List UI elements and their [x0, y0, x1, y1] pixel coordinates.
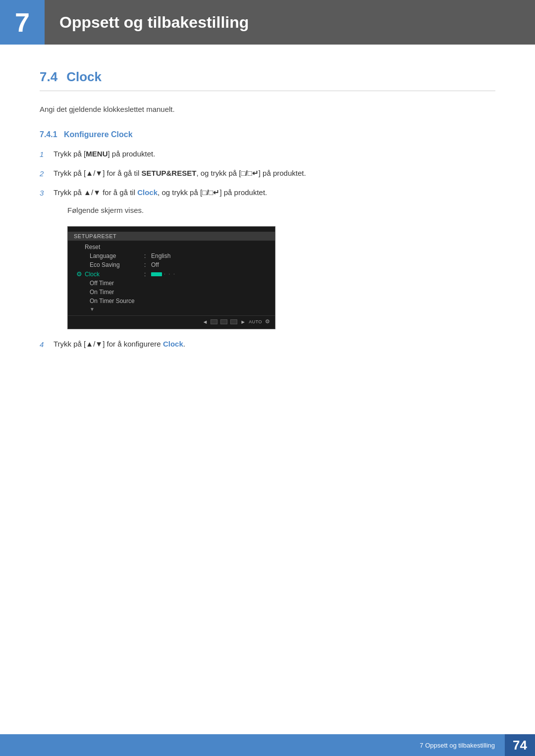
osd-colon-clock: :: [144, 271, 151, 278]
osd-btn-square2: [220, 319, 227, 324]
footer-page-number: 74: [505, 734, 535, 756]
step-text-2: Trykk på [▲/▼] for å gå til SETUP&RESET,…: [54, 167, 306, 179]
section-number: 7.4: [40, 69, 57, 85]
osd-btn-right: ►: [240, 319, 246, 325]
subsection-number: 7.4.1: [40, 130, 57, 139]
steps-list: 1 Trykk på [MENU] på produktet. 2 Trykk …: [40, 148, 495, 199]
osd-label-ontimer: On Timer: [85, 289, 144, 296]
section-title: Clock: [66, 69, 102, 85]
step-3-subnote: Følgende skjerm vises.: [67, 206, 495, 214]
section-description: Angi det gjeldende klokkeslettet manuelt…: [40, 103, 495, 115]
subsection-heading: 7.4.1 Konfigurere Clock: [40, 130, 495, 139]
step-3: 3 Trykk på ▲/▼ for å gå til Clock, og tr…: [40, 187, 495, 199]
step-4: 4 Trykk på [▲/▼] for å konfigurere Clock…: [40, 338, 495, 351]
chapter-title: Oppsett og tilbakestilling: [45, 13, 249, 32]
osd-btn-square1: [211, 319, 217, 324]
footer-section-label: 7 Oppsett og tilbakestilling: [420, 742, 505, 749]
osd-value-eco: Off: [151, 261, 269, 268]
slider-track: [151, 272, 162, 276]
step-2: 2 Trykk på [▲/▼] for å gå til SETUP&RESE…: [40, 167, 495, 180]
main-content: 7.4 Clock Angi det gjeldende klokkeslett…: [0, 45, 535, 397]
section-heading: 7.4 Clock: [40, 69, 495, 91]
step-3-subnote-block: Følgende skjerm vises. SETUP&RESET Reset…: [40, 206, 495, 338]
step-number-2: 2: [40, 168, 47, 180]
step-text-4: Trykk på [▲/▼] for å konfigurere Clock.: [54, 338, 185, 350]
header-band: 7 Oppsett og tilbakestilling: [0, 0, 535, 45]
osd-colon-eco: :: [144, 261, 151, 268]
slider-dots: · · ·: [164, 271, 176, 277]
osd-arrow-indicator: ▼: [85, 306, 95, 312]
osd-label-clock: Clock: [85, 271, 144, 278]
osd-value-clock: · · ·: [151, 271, 269, 277]
osd-label-offtimer: Off Timer: [85, 280, 144, 287]
osd-title-bar: SETUP&RESET: [68, 232, 275, 241]
osd-label-eco: Eco Saving: [85, 261, 144, 268]
osd-icon-clock: ⚙: [74, 270, 85, 278]
clock-slider: · · ·: [151, 271, 269, 277]
osd-screen: SETUP&RESET Reset Language : English: [67, 226, 275, 329]
osd-label-language: Language: [85, 252, 144, 259]
osd-gear-btn: ⚙: [265, 318, 270, 325]
chapter-number: 7: [0, 0, 45, 45]
step-number-3: 3: [40, 187, 47, 199]
osd-btn-square3: [230, 319, 237, 324]
osd-label-ontimersource: On Timer Source: [85, 298, 144, 304]
osd-row-arrow: ▼: [68, 305, 275, 313]
osd-row-ontimersource: On Timer Source: [68, 297, 275, 305]
steps-list-continued: 4 Trykk på [▲/▼] for å konfigurere Clock…: [40, 338, 495, 351]
step-number-4: 4: [40, 339, 47, 351]
osd-btn-left: ◄: [202, 319, 208, 325]
osd-screenshot-container: SETUP&RESET Reset Language : English: [67, 226, 275, 329]
footer: 7 Oppsett og tilbakestilling 74: [0, 734, 535, 756]
osd-row-language: Language : English: [68, 252, 275, 260]
step-text-1: Trykk på [MENU] på produktet.: [54, 148, 155, 160]
osd-colon-language: :: [144, 252, 151, 259]
step-number-1: 1: [40, 149, 47, 160]
step-text-3: Trykk på ▲/▼ for å gå til Clock, og tryk…: [54, 187, 267, 199]
osd-row-eco: Eco Saving : Off: [68, 260, 275, 269]
osd-row-reset: Reset: [68, 243, 275, 252]
step-1: 1 Trykk på [MENU] på produktet.: [40, 148, 495, 160]
osd-bottom-bar: ◄ ► AUTO ⚙: [68, 315, 275, 326]
osd-row-ontimer: On Timer: [68, 288, 275, 297]
osd-value-language: English: [151, 252, 269, 259]
subsection-title: Konfigurere Clock: [64, 130, 133, 139]
osd-row-offtimer: Off Timer: [68, 279, 275, 288]
osd-auto-label: AUTO: [249, 319, 262, 324]
osd-row-clock: ⚙ Clock : · · ·: [68, 269, 275, 279]
osd-label-reset: Reset: [85, 244, 144, 251]
